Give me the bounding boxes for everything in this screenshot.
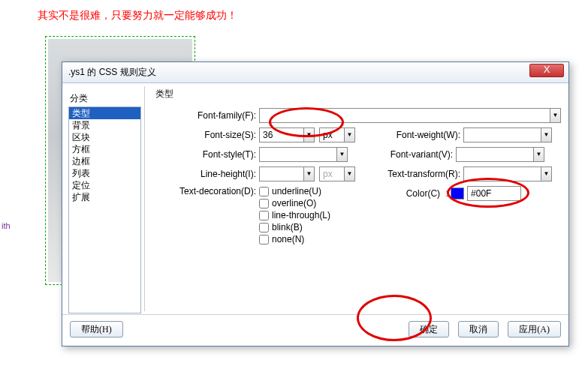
titlebar[interactable]: .ys1 的 CSS 规则定义 X — [62, 62, 568, 83]
sidebar: 分类 类型 背景 区块 方框 边框 列表 定位 扩展 — [65, 86, 145, 311]
font-family-dd-icon[interactable]: ▼ — [550, 108, 561, 123]
sidebar-item-type[interactable]: 类型 — [69, 107, 140, 119]
text-transform-field[interactable] — [463, 166, 541, 182]
line-height-unit-dd-icon[interactable]: ▼ — [345, 166, 355, 182]
font-style-field[interactable] — [259, 147, 337, 162]
underline-checkbox[interactable] — [259, 187, 269, 196]
close-button[interactable]: X — [529, 64, 564, 77]
line-height-field[interactable] — [259, 166, 304, 182]
label-font-weight: Font-weight(W): — [369, 130, 463, 140]
label-font-style: Font-style(T): — [155, 149, 259, 160]
sidebar-item-background[interactable]: 背景 — [69, 119, 140, 131]
sidebar-item-position[interactable]: 定位 — [69, 179, 140, 191]
sidebar-title: 分类 — [68, 91, 141, 106]
sidebar-item-list[interactable]: 列表 — [69, 167, 140, 179]
linethrough-label: line-through(L) — [272, 210, 330, 220]
none-checkbox[interactable] — [259, 235, 269, 244]
main-panel: 类型 Font-family(F): ▼ Font-size(S): ▼ ▼ F… — [148, 83, 568, 314]
bg-red-text: 其实不是很难，只要努力就一定能够成功！ — [38, 9, 237, 22]
sidebar-item-extension[interactable]: 扩展 — [69, 191, 140, 203]
font-size-dd-icon[interactable]: ▼ — [304, 128, 315, 142]
cancel-button[interactable]: 取消 — [458, 321, 499, 338]
font-size-unit-dd-icon[interactable]: ▼ — [345, 128, 355, 142]
color-field[interactable] — [467, 186, 521, 201]
category-list: 类型 背景 区块 方框 边框 列表 定位 扩展 — [68, 106, 141, 314]
css-rule-dialog: .ys1 的 CSS 规则定义 X 分类 类型 背景 区块 方框 边框 列表 定… — [62, 62, 569, 346]
font-variant-dd-icon[interactable]: ▼ — [534, 147, 544, 162]
decoration-group: underline(U) overline(O) line-through(L)… — [259, 186, 330, 246]
font-size-field[interactable] — [259, 128, 304, 142]
dialog-title: .ys1 的 CSS 规则定义 — [68, 66, 156, 79]
label-font-family: Font-family(F): — [155, 110, 259, 121]
text-transform-dd-icon[interactable]: ▼ — [541, 166, 552, 182]
line-height-dd-icon[interactable]: ▼ — [304, 166, 315, 182]
line-height-unit-field[interactable] — [319, 166, 345, 182]
font-variant-field[interactable] — [456, 147, 534, 162]
label-font-variant: Font-variant(V): — [361, 149, 456, 160]
label-line-height: Line-height(I): — [155, 169, 259, 179]
underline-label: underline(U) — [272, 186, 321, 196]
font-size-unit-field[interactable] — [319, 128, 345, 142]
button-row: 帮助(H) 确定 取消 应用(A) — [62, 314, 568, 344]
label-text-transform: Text-transform(R): — [369, 169, 463, 179]
color-swatch[interactable] — [451, 188, 464, 200]
help-button[interactable]: 帮助(H) — [70, 321, 123, 338]
overline-checkbox[interactable] — [259, 199, 269, 208]
label-color: Color(C) — [348, 188, 443, 199]
blink-checkbox[interactable] — [259, 223, 269, 232]
apply-button[interactable]: 应用(A) — [508, 321, 561, 338]
font-weight-field[interactable] — [463, 128, 541, 142]
sidebar-item-box[interactable]: 方框 — [69, 143, 140, 155]
overline-label: overline(O) — [272, 198, 316, 208]
bg-ith-text: ith — [2, 221, 11, 230]
font-weight-dd-icon[interactable]: ▼ — [541, 128, 552, 142]
font-family-field[interactable] — [259, 108, 550, 123]
ok-button[interactable]: 确定 — [409, 321, 449, 338]
sidebar-item-border[interactable]: 边框 — [69, 155, 140, 167]
label-text-decoration: Text-decoration(D): — [155, 186, 259, 196]
font-style-dd-icon[interactable]: ▼ — [337, 147, 348, 162]
linethrough-checkbox[interactable] — [259, 211, 269, 220]
sidebar-item-block[interactable]: 区块 — [69, 131, 140, 143]
blink-label: blink(B) — [272, 222, 303, 232]
panel-title: 类型 — [155, 88, 561, 100]
none-label: none(N) — [272, 234, 304, 244]
label-font-size: Font-size(S): — [155, 130, 259, 140]
